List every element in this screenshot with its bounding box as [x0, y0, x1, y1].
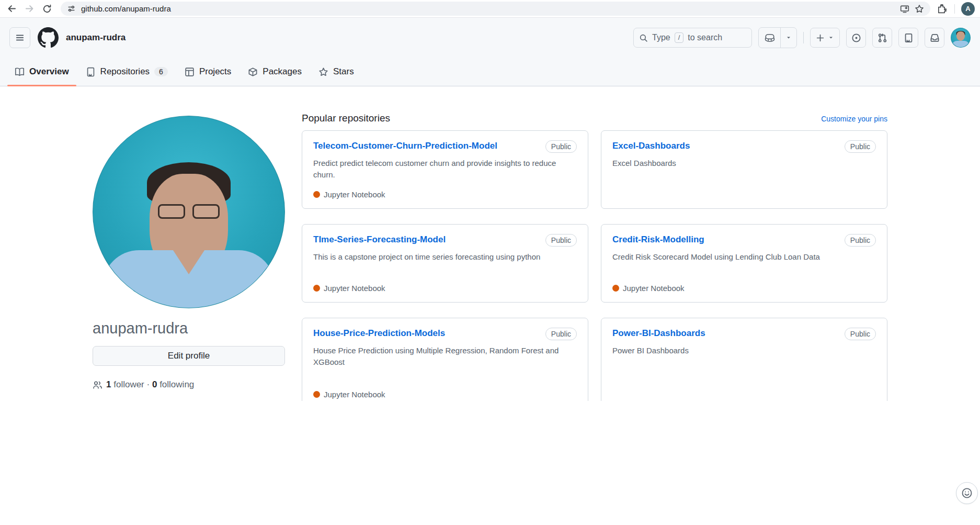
- language-label: Jupyter Notebook: [324, 190, 385, 199]
- header-divider: [803, 32, 804, 43]
- language-dot-icon: [313, 191, 320, 198]
- search-placeholder-post: to search: [688, 33, 722, 42]
- repo-language: Jupyter Notebook: [612, 275, 876, 293]
- dot-separator: ·: [147, 379, 150, 389]
- github-header: anupam-rudra Type / to search: [0, 18, 980, 58]
- search-input[interactable]: Type / to search: [633, 28, 752, 48]
- repo-language: Jupyter Notebook: [313, 382, 577, 399]
- header-context-username[interactable]: anupam-rudra: [66, 32, 126, 43]
- profile-tab-nav: Overview Repositories 6 Projects Package…: [0, 58, 980, 86]
- visibility-badge: Public: [845, 140, 876, 153]
- address-bar[interactable]: github.com/anupam-rudra: [61, 2, 930, 16]
- repo-link[interactable]: Credit-Risk-Modelling: [612, 234, 711, 245]
- browser-back-icon[interactable]: [5, 3, 18, 15]
- repositories-count-badge: 6: [154, 67, 168, 76]
- repo-description: This is a capstone project on time serie…: [313, 251, 577, 263]
- repo-icon: [86, 67, 96, 77]
- followers-count: 1: [106, 379, 111, 389]
- repo-description: Credit Risk Scorecard Model using Lendin…: [612, 251, 876, 263]
- repo-language: Jupyter Notebook: [313, 275, 577, 293]
- profile-username: anupam-rudra: [93, 319, 285, 338]
- slash-key-hint: /: [675, 32, 684, 43]
- search-icon: [639, 33, 648, 42]
- repo-description: Power BI Dashboards: [612, 345, 876, 356]
- profile-avatar[interactable]: [93, 116, 285, 308]
- edit-profile-button[interactable]: Edit profile: [93, 346, 285, 366]
- tab-repositories-label: Repositories: [100, 66, 150, 77]
- profile-content: anupam-rudra Edit profile 1 follower · 0…: [93, 86, 887, 401]
- tab-stars[interactable]: Stars: [310, 58, 362, 86]
- repo-card: House-Price-Prediction-Models Public Hou…: [302, 318, 588, 401]
- repo-card: Telecom-Customer-Churn-Prediction-Model …: [302, 130, 588, 209]
- repo-card: TIme-Series-Forecasting-Model Public Thi…: [302, 224, 588, 303]
- user-avatar[interactable]: [951, 28, 971, 48]
- search-placeholder-pre: Type: [652, 33, 670, 42]
- following-count: 0: [152, 379, 157, 389]
- visibility-badge: Public: [845, 234, 876, 247]
- hamburger-menu-button[interactable]: [9, 27, 30, 48]
- tab-packages[interactable]: Packages: [240, 58, 310, 86]
- language-label: Jupyter Notebook: [623, 284, 685, 293]
- visibility-badge: Public: [545, 328, 577, 340]
- language-dot-icon: [612, 285, 619, 292]
- pull-requests-button[interactable]: [872, 28, 892, 48]
- tab-stars-label: Stars: [333, 66, 354, 77]
- repo-card: Excel-Dashboards Public Excel Dashboards: [601, 130, 887, 209]
- popular-repositories-heading: Popular repositories: [302, 113, 390, 124]
- toolbar-divider: [954, 4, 955, 14]
- tab-projects[interactable]: Projects: [176, 58, 240, 86]
- extensions-icon[interactable]: [936, 3, 948, 15]
- repo-grid: Telecom-Customer-Churn-Prediction-Model …: [302, 130, 887, 401]
- people-icon: [93, 380, 102, 390]
- site-info-icon[interactable]: [67, 4, 76, 13]
- repo-link[interactable]: Telecom-Customer-Churn-Prediction-Model: [313, 140, 504, 152]
- repo-link[interactable]: TIme-Series-Forecasting-Model: [313, 234, 452, 245]
- repo-language: Jupyter Notebook: [313, 182, 577, 199]
- repo-description: House Price Prediction using Multiple Re…: [313, 345, 577, 368]
- install-app-icon[interactable]: [900, 4, 909, 14]
- repo-description: Predict predict telecom customer churn a…: [313, 158, 577, 181]
- browser-toolbar: github.com/anupam-rudra A: [0, 0, 980, 18]
- visibility-badge: Public: [545, 140, 577, 153]
- browser-forward-icon: [23, 3, 36, 15]
- bookmark-star-icon[interactable]: [915, 4, 924, 14]
- language-dot-icon: [313, 391, 320, 398]
- tab-overview-label: Overview: [29, 66, 69, 77]
- repo-link[interactable]: Excel-Dashboards: [612, 140, 696, 152]
- inbox-button[interactable]: [925, 28, 944, 48]
- followers-row[interactable]: 1 follower · 0 following: [93, 379, 285, 390]
- tab-repositories[interactable]: Repositories 6: [77, 58, 176, 86]
- visibility-badge: Public: [845, 328, 876, 340]
- customize-pins-link[interactable]: Customize your pins: [821, 115, 887, 123]
- repo-link[interactable]: Power-BI-Dashboards: [612, 328, 712, 339]
- language-label: Jupyter Notebook: [324, 390, 385, 399]
- copilot-button-group: [758, 27, 797, 48]
- pinned-repos-section: Popular repositories Customize your pins…: [302, 113, 887, 401]
- package-icon: [248, 67, 258, 77]
- star-icon: [318, 67, 328, 77]
- table-icon: [185, 67, 195, 77]
- clipped-card-wrapper: House-Price-Prediction-Models Public Hou…: [302, 318, 588, 401]
- visibility-badge: Public: [545, 234, 577, 247]
- browser-reload-icon[interactable]: [41, 3, 53, 15]
- copilot-dropdown-button[interactable]: [781, 28, 796, 48]
- repo-bookmark-button[interactable]: [898, 28, 918, 48]
- repo-link[interactable]: House-Price-Prediction-Models: [313, 328, 451, 339]
- tab-projects-label: Projects: [199, 66, 231, 77]
- copilot-button[interactable]: [759, 28, 781, 48]
- tab-overview[interactable]: Overview: [6, 58, 77, 86]
- repo-card: Credit-Risk-Modelling Public Credit Risk…: [601, 224, 887, 303]
- url-text[interactable]: github.com/anupam-rudra: [81, 4, 895, 13]
- profile-sidebar: anupam-rudra Edit profile 1 follower · 0…: [93, 113, 285, 401]
- create-new-button[interactable]: [810, 28, 840, 48]
- following-label: following: [159, 379, 194, 389]
- browser-profile-avatar[interactable]: A: [961, 2, 975, 16]
- github-logo-icon[interactable]: [38, 27, 59, 48]
- clipped-card-wrapper: Power-BI-Dashboards Public Power BI Dash…: [601, 318, 887, 401]
- issues-button[interactable]: [846, 28, 866, 48]
- repo-card: Power-BI-Dashboards Public Power BI Dash…: [601, 318, 887, 401]
- language-label: Jupyter Notebook: [324, 284, 385, 293]
- repo-description: Excel Dashboards: [612, 158, 876, 169]
- language-dot-icon: [313, 285, 320, 292]
- set-status-button[interactable]: [956, 482, 978, 504]
